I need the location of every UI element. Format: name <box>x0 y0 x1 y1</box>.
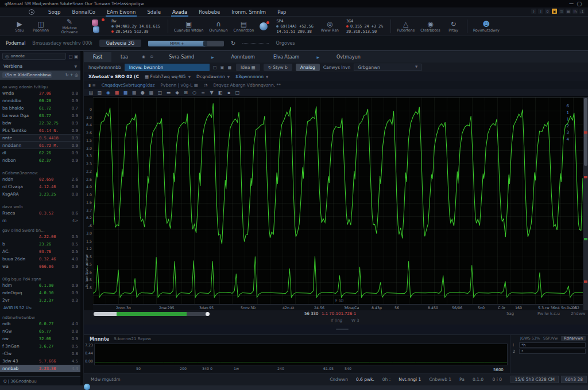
table-row[interactable]: KsgARA3.23.250.8 <box>0 190 80 198</box>
table-row[interactable]: ndb6.0.774.0 <box>0 320 80 327</box>
bottom-tab[interactable]: JGWS 53% <box>520 336 540 341</box>
lock-icon[interactable]: ▪ <box>225 89 233 96</box>
table-row[interactable]: ba wwa Dga63.770.9 <box>0 112 80 119</box>
replay-button[interactable]: ↻Prtay <box>443 17 464 36</box>
sidebar-section-header[interactable]: Verblena ▼ <box>0 61 80 71</box>
table-row[interactable]: nGw65.770.8 <box>0 327 80 335</box>
table-row[interactable]: rd Clvaga4.12.460.8 <box>0 183 80 190</box>
table-row[interactable]: bdw22.32.750.9 <box>0 119 80 127</box>
source-link[interactable]: CnqadqvcSvbrtuqng(daz <box>102 83 155 88</box>
taskbar-app-icon[interactable] <box>84 384 90 390</box>
panorama-button[interactable]: ◫Poonnnn <box>30 17 52 36</box>
dot-icon[interactable]: ● <box>139 89 146 96</box>
position-slider[interactable]: MMM + <box>148 41 224 46</box>
table-row[interactable]: buua 26dn0.32.464.0 <box>0 255 80 263</box>
sidebar-filter-row[interactable]: (Sn ≡ XlddGnnnnbbnw ↻ + ◎ <box>0 71 80 80</box>
circle-icon[interactable]: ○ <box>191 89 198 96</box>
field-input[interactable]: * <box>519 349 586 354</box>
menu-item[interactable]: Soqp <box>42 9 66 15</box>
filter-icons[interactable]: ↻ + ◎ <box>65 73 78 77</box>
marker-icon[interactable]: ◆ <box>173 89 181 96</box>
panel-icon[interactable]: ▦ <box>148 89 155 96</box>
field-input[interactable]: *h <box>519 342 586 348</box>
menu-item[interactable]: Avada <box>167 9 193 15</box>
start-button[interactable]: ▶Stau <box>9 17 30 36</box>
split-icon[interactable]: ◫ <box>156 89 164 96</box>
refresh-icon[interactable]: ↻ <box>231 40 235 46</box>
table-row[interactable]: nnte0.5.44180.9 <box>0 134 80 142</box>
restore-button[interactable]: ◯ <box>575 1 583 6</box>
folder-icon[interactable]: ▥ <box>96 89 103 96</box>
idea-chip[interactable]: Idea ▦ <box>236 64 260 71</box>
table-row[interactable]: A.22.000.5 <box>0 233 80 240</box>
slider-handle[interactable] <box>203 41 207 46</box>
calibrate-button[interactable]: ◉Ctetrbbtes <box>417 17 443 36</box>
view-red-icon[interactable]: ■ <box>113 89 121 96</box>
functions-button[interactable]: △Puterfens <box>394 17 417 36</box>
organ-select[interactable]: Grbganwn ▼ <box>354 64 421 71</box>
table-row[interactable]: nnnddbo60.200.9 <box>0 97 80 104</box>
menubar-icon[interactable]: ◫ <box>559 9 564 14</box>
tab-fast[interactable]: Fast <box>84 52 111 62</box>
dropdown-1[interactable]: ▦ Fnbh7wq wq-W5 ▼ <box>145 74 191 79</box>
listen-button[interactable]: ∩Ovrunnun <box>206 17 230 36</box>
grid-icon[interactable]: ⊞ <box>182 89 189 96</box>
search-input[interactable]: ◎ annote <box>2 53 66 60</box>
channels-window-button[interactable]: ▣Cuanvbs Wtdan <box>171 17 206 36</box>
table-row[interactable]: nddn02.6502.6 <box>0 176 80 183</box>
scroll-handle[interactable] <box>206 312 210 316</box>
tag-icon[interactable]: □ <box>234 89 241 96</box>
menubar-icon[interactable]: 0 <box>545 9 550 14</box>
sidebar-header-icons[interactable]: □ ▣ <box>68 54 78 59</box>
block-icon[interactable]: ▬ <box>165 89 172 96</box>
table-row[interactable]: wnda27.060.8 <box>0 89 80 97</box>
filter-micro-icons[interactable]: □ ▣ ■ <box>213 65 233 70</box>
pin-icon[interactable]: ▼ <box>208 89 215 96</box>
bottom-tab[interactable]: Rdnarvwn <box>561 336 586 341</box>
menubar-icon[interactable]: ▣ <box>552 9 557 14</box>
assistant-button[interactable]: ☻Rovimutzdwry <box>470 17 502 36</box>
table-row[interactable]: b23.260.5 <box>0 240 80 248</box>
table-row[interactable]: 2vr3.2.370.3 <box>0 297 80 304</box>
view-blue-icon[interactable]: ■ <box>122 89 129 96</box>
table-row[interactable]: -Clw0.8 <box>0 350 80 357</box>
waveform-plot[interactable]: 611234 <box>93 97 583 310</box>
menubar-icon[interactable]: ▤ <box>566 9 571 14</box>
table-row[interactable]: hdm6.1.900.9 <box>0 282 80 289</box>
table-row[interactable]: nw32.060.9 <box>0 335 80 342</box>
status-sphere[interactable] <box>259 21 269 32</box>
strip-chart[interactable] <box>94 344 508 365</box>
rows-icon[interactable]: ≡ <box>199 89 207 96</box>
table-row[interactable]: ba bhaldo61.720.7 <box>0 104 80 112</box>
menu-item[interactable]: Pap <box>272 9 292 15</box>
tab-svra-samd[interactable]: Svra-Samd <box>160 52 203 62</box>
channel-search-input[interactable]: Incvw. bwznnbn <box>125 64 210 71</box>
sidebar-row-selected[interactable]: nnnbab2.23.304.4 <box>0 365 80 372</box>
dropdown-3[interactable]: $3qwnnnnnn ▼ <box>235 74 268 79</box>
minimize-button[interactable]: — <box>567 1 575 6</box>
matview-button[interactable]: ✎Mdvtew Ochvane <box>52 17 87 36</box>
tab-aonntuom[interactable]: Aonntuom <box>222 52 264 62</box>
table-row[interactable]: ndnOquq4.0.300.9 <box>0 289 80 297</box>
samples-indicator[interactable] <box>90 18 105 34</box>
pair-icon[interactable]: ◧ <box>216 89 224 96</box>
save-icon[interactable]: ▤ <box>87 89 95 96</box>
menu-item[interactable]: Roebebe <box>193 9 226 15</box>
table-row[interactable]: dl62.260.9 <box>0 149 80 157</box>
table-row[interactable]: Rseca0.3.520.6 <box>0 209 80 217</box>
panel-splitter[interactable] <box>84 325 588 334</box>
menubar-icon[interactable]: ) <box>531 9 536 14</box>
table-row[interactable]: AC.03.760.5 <box>0 248 80 255</box>
records-button[interactable]: ▤Cnnnntbbn <box>231 17 257 36</box>
sidebar-link[interactable]: AVIG IS 52 U< <box>0 304 80 311</box>
table-row[interactable]: Pl.s Tamtko61.14 N.0.9 <box>0 127 80 134</box>
menu-item[interactable]: Sdale <box>141 9 167 15</box>
table-row[interactable]: f 3nGan3.6.270.5 <box>0 342 80 350</box>
menu-item[interactable]: BonnalCo <box>66 9 101 15</box>
sync-icon[interactable]: ◉ <box>105 89 112 96</box>
table-row[interactable]: m4> <box>0 217 80 224</box>
bottom-tab[interactable]: SSP./Vw <box>543 336 558 341</box>
menubar-icon[interactable]: lh <box>572 9 578 14</box>
chart-horizontal-scrollbar[interactable] <box>94 312 208 316</box>
mode-chip[interactable]: Gatvecia 3G <box>99 40 141 47</box>
